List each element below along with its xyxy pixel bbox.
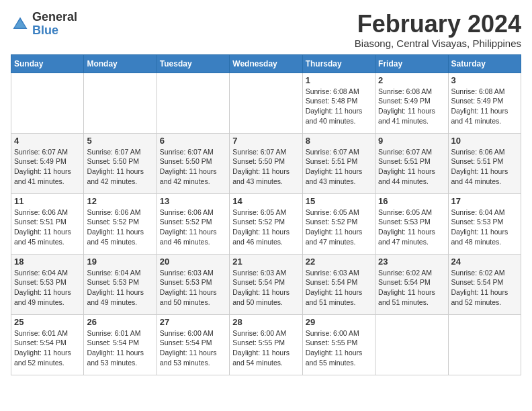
- calendar-cell: 4Sunrise: 6:07 AMSunset: 5:49 PMDaylight…: [11, 133, 84, 193]
- day-number: 25: [14, 317, 81, 327]
- day-number: 11: [14, 196, 81, 206]
- calendar-cell: 18Sunrise: 6:04 AMSunset: 5:53 PMDayligh…: [11, 254, 84, 314]
- day-info: Sunrise: 6:05 AMSunset: 5:52 PMDaylight:…: [306, 208, 372, 247]
- calendar-cell: 12Sunrise: 6:06 AMSunset: 5:52 PMDayligh…: [84, 193, 157, 254]
- calendar-cell: 28Sunrise: 6:00 AMSunset: 5:55 PMDayligh…: [230, 314, 302, 375]
- day-number: 23: [378, 257, 445, 267]
- logo-blue: Blue: [32, 24, 58, 37]
- calendar-cell: 3Sunrise: 6:08 AMSunset: 5:49 PMDaylight…: [448, 73, 521, 133]
- day-number: 6: [160, 136, 226, 146]
- logo-general: General: [32, 10, 77, 24]
- day-info: Sunrise: 6:04 AMSunset: 5:53 PMDaylight:…: [14, 268, 81, 308]
- calendar-table: SundayMondayTuesdayWednesdayThursdayFrid…: [11, 54, 521, 375]
- calendar-cell: 19Sunrise: 6:04 AMSunset: 5:53 PMDayligh…: [84, 254, 157, 314]
- location-title: Biasong, Central Visayas, Philippines: [355, 38, 521, 49]
- calendar-cell: 27Sunrise: 6:00 AMSunset: 5:54 PMDayligh…: [157, 314, 229, 375]
- day-header-monday: Monday: [84, 54, 157, 73]
- day-info: Sunrise: 6:08 AMSunset: 5:49 PMDaylight:…: [451, 87, 518, 126]
- day-info: Sunrise: 6:08 AMSunset: 5:48 PMDaylight:…: [306, 87, 372, 126]
- calendar-cell: 15Sunrise: 6:05 AMSunset: 5:52 PMDayligh…: [302, 193, 375, 254]
- day-info: Sunrise: 6:04 AMSunset: 5:53 PMDaylight:…: [451, 208, 518, 247]
- day-info: Sunrise: 6:07 AMSunset: 5:50 PMDaylight:…: [160, 147, 226, 187]
- day-number: 29: [306, 317, 372, 327]
- day-number: 9: [378, 136, 445, 146]
- calendar-cell: 11Sunrise: 6:06 AMSunset: 5:51 PMDayligh…: [11, 193, 84, 254]
- day-info: Sunrise: 6:03 AMSunset: 5:53 PMDaylight:…: [160, 268, 226, 308]
- day-info: Sunrise: 6:00 AMSunset: 5:54 PMDaylight:…: [160, 328, 226, 368]
- logo-text: General Blue: [32, 11, 77, 38]
- day-number: 19: [87, 257, 153, 267]
- day-info: Sunrise: 6:06 AMSunset: 5:51 PMDaylight:…: [14, 208, 81, 247]
- day-info: Sunrise: 6:06 AMSunset: 5:52 PMDaylight:…: [87, 208, 153, 247]
- day-number: 10: [451, 136, 518, 146]
- day-info: Sunrise: 6:02 AMSunset: 5:54 PMDaylight:…: [378, 268, 445, 308]
- day-info: Sunrise: 6:08 AMSunset: 5:49 PMDaylight:…: [378, 87, 445, 126]
- day-number: 17: [451, 196, 518, 206]
- calendar-cell: 24Sunrise: 6:02 AMSunset: 5:54 PMDayligh…: [448, 254, 521, 314]
- day-header-tuesday: Tuesday: [157, 54, 229, 73]
- day-info: Sunrise: 6:06 AMSunset: 5:52 PMDaylight:…: [160, 208, 226, 247]
- day-number: 3: [451, 75, 518, 85]
- calendar-cell: 1Sunrise: 6:08 AMSunset: 5:48 PMDaylight…: [302, 73, 375, 133]
- calendar-cell: 8Sunrise: 6:07 AMSunset: 5:51 PMDaylight…: [302, 133, 375, 193]
- day-info: Sunrise: 6:07 AMSunset: 5:51 PMDaylight:…: [378, 147, 445, 187]
- calendar-cell: 13Sunrise: 6:06 AMSunset: 5:52 PMDayligh…: [157, 193, 229, 254]
- day-info: Sunrise: 6:05 AMSunset: 5:53 PMDaylight:…: [378, 208, 445, 247]
- day-info: Sunrise: 6:02 AMSunset: 5:54 PMDaylight:…: [451, 268, 518, 308]
- calendar-cell: [11, 73, 84, 133]
- calendar-cell: 10Sunrise: 6:06 AMSunset: 5:51 PMDayligh…: [448, 133, 521, 193]
- calendar-cell: 21Sunrise: 6:03 AMSunset: 5:54 PMDayligh…: [230, 254, 302, 314]
- calendar-cell: [375, 314, 448, 375]
- logo-icon: [11, 15, 30, 34]
- calendar-cell: 22Sunrise: 6:03 AMSunset: 5:54 PMDayligh…: [302, 254, 375, 314]
- day-number: 8: [306, 136, 372, 146]
- day-number: 22: [306, 257, 372, 267]
- day-info: Sunrise: 6:00 AMSunset: 5:55 PMDaylight:…: [306, 328, 372, 368]
- day-info: Sunrise: 6:05 AMSunset: 5:52 PMDaylight:…: [232, 208, 299, 247]
- calendar-cell: [84, 73, 157, 133]
- day-header-wednesday: Wednesday: [230, 54, 302, 73]
- calendar-cell: 7Sunrise: 6:07 AMSunset: 5:50 PMDaylight…: [230, 133, 302, 193]
- calendar-cell: 2Sunrise: 6:08 AMSunset: 5:49 PMDaylight…: [375, 73, 448, 133]
- day-number: 7: [232, 136, 299, 146]
- header-row: SundayMondayTuesdayWednesdayThursdayFrid…: [11, 54, 521, 73]
- logo: General Blue: [11, 11, 77, 38]
- day-header-sunday: Sunday: [11, 54, 84, 73]
- day-number: 26: [87, 317, 153, 327]
- day-number: 27: [160, 317, 226, 327]
- day-info: Sunrise: 6:06 AMSunset: 5:51 PMDaylight:…: [451, 147, 518, 187]
- day-number: 20: [160, 257, 226, 267]
- calendar-cell: 14Sunrise: 6:05 AMSunset: 5:52 PMDayligh…: [230, 193, 302, 254]
- day-info: Sunrise: 6:07 AMSunset: 5:50 PMDaylight:…: [232, 147, 299, 187]
- day-info: Sunrise: 6:01 AMSunset: 5:54 PMDaylight:…: [14, 328, 81, 368]
- month-title: February 2024: [355, 11, 521, 38]
- calendar-week-2: 4Sunrise: 6:07 AMSunset: 5:49 PMDaylight…: [11, 133, 521, 193]
- title-area: February 2024 Biasong, Central Visayas, …: [355, 11, 521, 49]
- calendar-cell: 5Sunrise: 6:07 AMSunset: 5:50 PMDaylight…: [84, 133, 157, 193]
- calendar-cell: 17Sunrise: 6:04 AMSunset: 5:53 PMDayligh…: [448, 193, 521, 254]
- day-number: 16: [378, 196, 445, 206]
- day-info: Sunrise: 6:07 AMSunset: 5:50 PMDaylight:…: [87, 147, 153, 187]
- day-number: 2: [378, 75, 445, 85]
- day-info: Sunrise: 6:03 AMSunset: 5:54 PMDaylight:…: [232, 268, 299, 308]
- calendar-week-1: 1Sunrise: 6:08 AMSunset: 5:48 PMDaylight…: [11, 73, 521, 133]
- day-info: Sunrise: 6:07 AMSunset: 5:49 PMDaylight:…: [14, 147, 81, 187]
- calendar-week-4: 18Sunrise: 6:04 AMSunset: 5:53 PMDayligh…: [11, 254, 521, 314]
- calendar-cell: 16Sunrise: 6:05 AMSunset: 5:53 PMDayligh…: [375, 193, 448, 254]
- calendar-cell: [448, 314, 521, 375]
- calendar-cell: 20Sunrise: 6:03 AMSunset: 5:53 PMDayligh…: [157, 254, 229, 314]
- day-number: 24: [451, 257, 518, 267]
- day-number: 5: [87, 136, 153, 146]
- calendar-cell: 9Sunrise: 6:07 AMSunset: 5:51 PMDaylight…: [375, 133, 448, 193]
- calendar-cell: 25Sunrise: 6:01 AMSunset: 5:54 PMDayligh…: [11, 314, 84, 375]
- calendar-cell: 6Sunrise: 6:07 AMSunset: 5:50 PMDaylight…: [157, 133, 229, 193]
- day-info: Sunrise: 6:00 AMSunset: 5:55 PMDaylight:…: [232, 328, 299, 368]
- day-number: 14: [232, 196, 299, 206]
- day-info: Sunrise: 6:07 AMSunset: 5:51 PMDaylight:…: [306, 147, 372, 187]
- day-info: Sunrise: 6:01 AMSunset: 5:54 PMDaylight:…: [87, 328, 153, 368]
- day-info: Sunrise: 6:04 AMSunset: 5:53 PMDaylight:…: [87, 268, 153, 308]
- day-number: 18: [14, 257, 81, 267]
- calendar-cell: 23Sunrise: 6:02 AMSunset: 5:54 PMDayligh…: [375, 254, 448, 314]
- day-number: 1: [306, 75, 372, 85]
- day-header-thursday: Thursday: [302, 54, 375, 73]
